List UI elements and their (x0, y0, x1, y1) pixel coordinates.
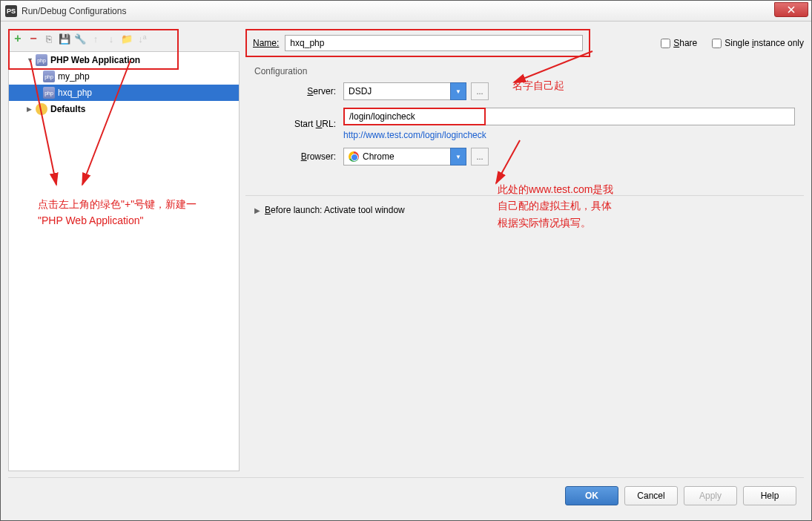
single-instance-checkbox[interactable] (712, 39, 722, 48)
left-panel: + − ⎘ 💾 🔧 ↑ ↓ 📁 ↓ª ▼ php PHP Web Applica… (8, 29, 240, 471)
php-item-icon: php (43, 71, 55, 82)
tree-node-php-web-app[interactable]: ▼ php PHP Web Application (9, 52, 239, 68)
browser-combo[interactable]: Chrome ▼ (343, 148, 466, 166)
php-item-icon: php (43, 87, 55, 99)
starturl-label: Start URL: (268, 119, 336, 129)
tree-label: PHP Web Application (50, 55, 140, 65)
name-input[interactable] (285, 35, 583, 51)
browser-combo-dropdown[interactable]: ▼ (450, 148, 466, 166)
tree-node-defaults[interactable]: ▶ Defaults (9, 101, 239, 117)
tree-label: hxq_php (58, 88, 92, 98)
dialog-body: + − ⎘ 💾 🔧 ↑ ↓ 📁 ↓ª ▼ php PHP Web Applica… (1, 22, 811, 520)
button-bar: OK Cancel Apply Help (8, 477, 804, 513)
share-checkbox[interactable] (661, 39, 670, 48)
full-url-link[interactable]: http://www.test.com/login/logincheck (343, 130, 795, 140)
ok-button[interactable]: OK (565, 486, 618, 505)
folder-button[interactable]: 📁 (120, 32, 133, 45)
server-combo-dropdown[interactable]: ▼ (450, 82, 466, 100)
configuration-legend: Configuration (245, 63, 804, 82)
before-launch-label: Before launch: Activate tool window (265, 205, 405, 215)
tree-item-my-php[interactable]: php my_php (9, 68, 239, 85)
expand-arrow-icon[interactable]: ▶ (27, 105, 36, 113)
help-button[interactable]: Help (743, 486, 796, 505)
start-url-input[interactable] (343, 108, 486, 125)
save-config-button[interactable]: 💾 (58, 32, 71, 45)
chrome-icon (349, 151, 359, 162)
window-title: Run/Debug Configurations (22, 6, 774, 16)
remove-config-button[interactable]: − (27, 32, 40, 45)
php-group-icon: php (36, 54, 47, 66)
move-up-button[interactable]: ↑ (89, 32, 102, 45)
highlight-box-name: Name: (245, 29, 590, 57)
browser-label: Browser: (268, 151, 336, 162)
defaults-icon (36, 103, 47, 115)
before-launch-section: ▶ Before launch: Activate tool window (245, 195, 804, 215)
copy-config-button[interactable]: ⎘ (42, 32, 56, 45)
tree-label: Defaults (50, 104, 85, 114)
close-button[interactable] (774, 2, 808, 17)
name-row: Name: Share Single instance only (245, 29, 804, 63)
tree-label: my_php (58, 71, 90, 82)
browser-combo-display[interactable]: Chrome (343, 148, 450, 166)
before-launch-expand-icon[interactable]: ▶ (254, 206, 260, 214)
add-config-button[interactable]: + (11, 32, 24, 45)
start-url-input-tail[interactable] (486, 108, 795, 125)
browser-value: Chrome (363, 151, 395, 162)
browser-browse-button[interactable]: ... (471, 148, 489, 166)
expand-arrow-icon[interactable]: ▼ (27, 56, 36, 64)
edit-defaults-button[interactable]: 🔧 (73, 32, 87, 45)
right-panel: Name: Share Single instance only Configu… (245, 29, 804, 471)
share-checkbox-label[interactable]: Share (661, 38, 697, 48)
sort-button[interactable]: ↓ª (136, 32, 149, 45)
move-down-button[interactable]: ↓ (105, 32, 118, 45)
name-label: Name: (253, 38, 279, 48)
server-combo[interactable]: ▼ (343, 82, 466, 100)
server-browse-button[interactable]: ... (471, 82, 489, 100)
tree-item-hxq-php[interactable]: php hxq_php (9, 85, 239, 101)
cancel-button[interactable]: Cancel (624, 486, 678, 505)
server-combo-input[interactable] (343, 82, 450, 100)
config-toolbar: + − ⎘ 💾 🔧 ↑ ↓ 📁 ↓ª (8, 29, 240, 48)
app-icon: PS (5, 5, 17, 17)
server-label: Server: (268, 86, 336, 96)
apply-button: Apply (684, 486, 737, 505)
run-debug-config-window: PS Run/Debug Configurations + − ⎘ 💾 🔧 ↑ … (0, 0, 812, 521)
config-panel: Configuration Server: ▼ ... (245, 63, 804, 471)
titlebar: PS Run/Debug Configurations (1, 1, 811, 22)
config-tree[interactable]: ▼ php PHP Web Application php my_php php… (8, 51, 240, 471)
single-instance-checkbox-label[interactable]: Single instance only (712, 38, 804, 48)
